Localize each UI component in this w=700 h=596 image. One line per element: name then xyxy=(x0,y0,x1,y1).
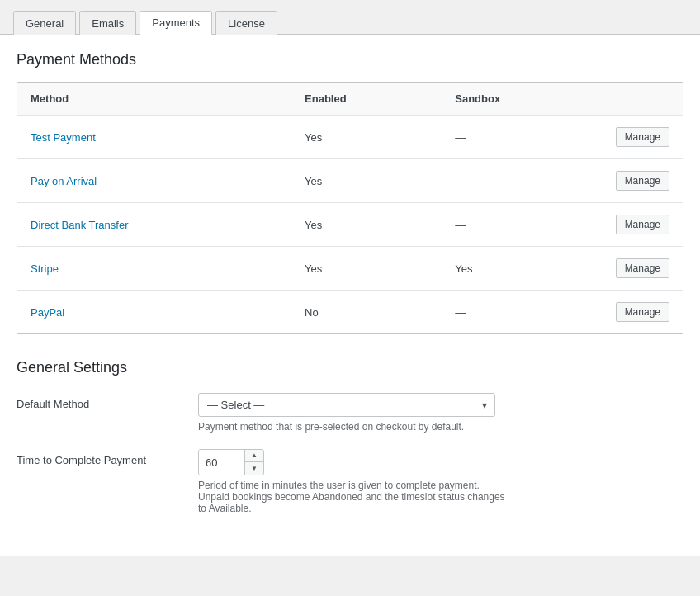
table-row: Pay on Arrival Yes — Manage xyxy=(17,159,683,203)
manage-stripe-button[interactable]: Manage xyxy=(616,258,669,278)
table-row: PayPal No — Manage xyxy=(17,291,683,334)
default-method-field: — Select — Test Payment Pay on Arrival D… xyxy=(198,393,683,433)
enabled-test-payment: Yes xyxy=(291,116,442,159)
time-to-complete-input[interactable] xyxy=(199,450,244,475)
col-header-enabled: Enabled xyxy=(291,83,442,116)
default-method-row: Default Method — Select — Test Payment P… xyxy=(17,393,683,433)
time-to-complete-field: ▲ ▼ Period of time in minutes the user i… xyxy=(198,449,683,514)
tab-emails[interactable]: Emails xyxy=(79,11,136,35)
payment-methods-table: Method Enabled Sandbox Test Payment Yes … xyxy=(17,83,683,333)
method-paypal[interactable]: PayPal xyxy=(31,306,64,319)
default-method-select-wrapper: — Select — Test Payment Pay on Arrival D… xyxy=(198,393,495,417)
table-row: Stripe Yes Yes Manage xyxy=(17,247,683,291)
enabled-direct-bank-transfer: Yes xyxy=(291,203,442,247)
manage-pay-on-arrival-button[interactable]: Manage xyxy=(616,171,669,191)
table-row: Direct Bank Transfer Yes — Manage xyxy=(17,203,683,247)
main-content: Payment Methods Method Enabled Sandbox T… xyxy=(0,35,700,556)
tabs-bar: General Emails Payments License xyxy=(0,0,700,35)
manage-paypal-button[interactable]: Manage xyxy=(616,302,669,322)
manage-test-payment-button[interactable]: Manage xyxy=(616,127,669,147)
method-stripe[interactable]: Stripe xyxy=(31,263,59,275)
number-spinners: ▲ ▼ xyxy=(244,450,263,475)
general-settings-title: General Settings xyxy=(17,359,683,376)
default-method-label: Default Method xyxy=(17,393,198,410)
spinner-up-button[interactable]: ▲ xyxy=(245,450,263,462)
time-to-complete-label: Time to Complete Payment xyxy=(17,449,198,466)
col-header-method: Method xyxy=(17,83,291,116)
method-test-payment[interactable]: Test Payment xyxy=(31,131,96,144)
enabled-stripe: Yes xyxy=(291,247,442,291)
default-method-description: Payment method that is pre-selected on c… xyxy=(198,421,512,433)
tab-payments[interactable]: Payments xyxy=(140,11,212,35)
time-to-complete-description: Period of time in minutes the user is gi… xyxy=(198,480,512,514)
default-method-select[interactable]: — Select — Test Payment Pay on Arrival D… xyxy=(198,393,495,417)
method-direct-bank-transfer[interactable]: Direct Bank Transfer xyxy=(31,219,129,231)
tab-license[interactable]: License xyxy=(215,11,277,35)
sandbox-paypal: — xyxy=(442,291,600,334)
spinner-down-button[interactable]: ▼ xyxy=(245,462,263,475)
col-header-actions xyxy=(600,83,683,116)
time-to-complete-row: Time to Complete Payment ▲ ▼ Period of t… xyxy=(17,449,683,514)
time-to-complete-input-wrapper: ▲ ▼ xyxy=(198,449,264,475)
payment-methods-table-wrapper: Method Enabled Sandbox Test Payment Yes … xyxy=(17,82,683,334)
manage-direct-bank-transfer-button[interactable]: Manage xyxy=(616,215,669,234)
sandbox-test-payment: — xyxy=(442,116,600,159)
col-header-sandbox: Sandbox xyxy=(442,83,600,116)
payment-methods-title: Payment Methods xyxy=(17,51,683,69)
enabled-pay-on-arrival: Yes xyxy=(291,159,442,203)
table-row: Test Payment Yes — Manage xyxy=(17,116,683,159)
enabled-paypal: No xyxy=(291,291,442,334)
sandbox-pay-on-arrival: — xyxy=(442,159,600,203)
sandbox-stripe: Yes xyxy=(442,247,600,291)
method-pay-on-arrival[interactable]: Pay on Arrival xyxy=(31,175,97,187)
tab-general[interactable]: General xyxy=(13,11,76,35)
sandbox-direct-bank-transfer: — xyxy=(442,203,600,247)
page-wrapper: General Emails Payments License Payment … xyxy=(0,0,700,596)
